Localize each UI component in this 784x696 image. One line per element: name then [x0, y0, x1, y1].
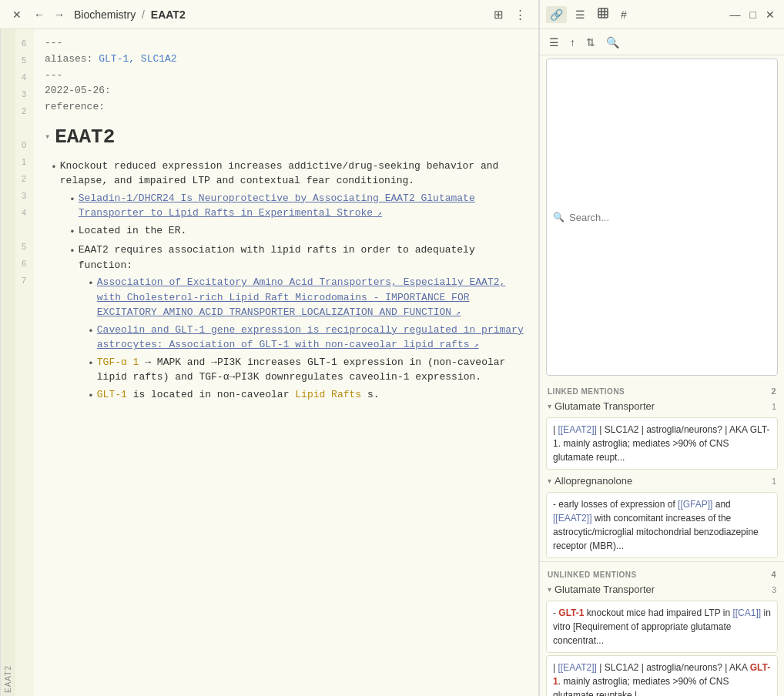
yaml-aliases-key: aliases:: [45, 53, 92, 65]
unlinked-mentions-count: 4: [771, 570, 776, 579]
linked-allopregnanolone-section[interactable]: ▾ Allopregnanolone 1: [540, 472, 784, 490]
unlinked-glutamate-section[interactable]: ▾ Glutamate Transporter 3: [540, 581, 784, 598]
bullet-5: •: [88, 324, 94, 340]
item-text-5: Caveolin and GLT-1 gene expression is re…: [97, 323, 528, 353]
bullet-2: •: [69, 225, 75, 241]
list-item: • EAAT2 requires association with lipid …: [69, 243, 528, 273]
linked-allopregnanolone-count: 1: [772, 477, 776, 486]
linked-allopregnanolone-toggle: ▾: [548, 477, 551, 485]
unlinked-glutamate-label: Glutamate Transporter: [554, 584, 769, 595]
linked-mentions-label: LINKED MENTIONS: [548, 387, 625, 396]
item-text-7: GLT-1 is located in non-caveolar Lipid R…: [97, 387, 528, 403]
item-text-0: Knockout reduced expression increases ad…: [60, 159, 528, 189]
tgf-highlight: TGF-α 1: [97, 356, 139, 368]
glt1-highlight: GLT-1: [97, 389, 127, 400]
mention-text: | [[EAAT2]] | SLC1A2 | astroglia/neurons…: [553, 662, 770, 696]
yaml-dashes-bottom: ---: [45, 68, 528, 84]
search-box: 🔍: [546, 59, 778, 376]
list-item: • Located in the ER.: [69, 223, 528, 241]
yaml-date: 2022-05-26:: [45, 83, 528, 99]
search-icon: 🔍: [553, 212, 565, 223]
list-item: • Association of Excitatory Amino Acid T…: [88, 275, 528, 320]
linked-glutamate-card-0[interactable]: | [[EAAT2]] | SLC1A2 | astroglia/neurons…: [546, 417, 778, 470]
content-body: --- aliases: GLT-1, SLC1A2 --- 2022-05-2…: [34, 29, 538, 696]
hash-icon[interactable]: #: [617, 6, 631, 23]
right-top-bar: 🔗 ☰ # — □ ✕: [540, 0, 784, 29]
link-icon[interactable]: 🔗: [546, 6, 567, 23]
linked-allopregnanolone-label: Allopregnanolone: [554, 475, 769, 487]
collapse-toggle[interactable]: ▾: [45, 130, 50, 145]
yaml-aliases: aliases: GLT-1, SLC1A2: [45, 52, 528, 68]
window-controls: — □ ✕: [727, 7, 778, 22]
right-panel: 🔗 ☰ # — □ ✕ ☰ ↑ ⇅ 🔍 🔍: [539, 0, 784, 696]
right-toolbar-icons: 🔗 ☰ #: [546, 5, 631, 23]
right-second-bar: ☰ ↑ ⇅ 🔍: [540, 29, 784, 55]
item-link-1[interactable]: Seladin-1/DHCR24 Is Neuroprotective by A…: [79, 192, 475, 219]
item-link-4[interactable]: Association of Excitatory Amino Acid Tra…: [97, 276, 506, 318]
page-title: EAAT2: [55, 122, 115, 154]
linked-mentions-count: 2: [771, 386, 776, 396]
mentions-body: LINKED MENTIONS 2 ▾ Glutamate Transporte…: [540, 379, 784, 696]
bullet-1: •: [69, 192, 75, 209]
svg-rect-0: [598, 8, 608, 18]
list-item: • Seladin-1/DHCR24 Is Neuroprotective by…: [69, 191, 528, 221]
breadcrumb: Biochemistry / EAAT2: [74, 8, 484, 21]
item-text-4: Association of Excitatory Amino Acid Tra…: [97, 275, 528, 320]
unlinked-glutamate-count: 3: [772, 585, 776, 594]
restore-button[interactable]: □: [747, 7, 759, 22]
content-area: EAAT2 6 5 4 3 2 0 1 2 3 4 5 6 7 --- alia…: [0, 29, 538, 696]
table-icon[interactable]: [594, 5, 612, 23]
bullet-7: •: [88, 389, 94, 405]
right-search-icon[interactable]: 🔍: [603, 35, 622, 50]
more-button[interactable]: ⋮: [511, 6, 529, 23]
sidebar-label: EAAT2: [0, 29, 15, 696]
list-view-icon[interactable]: ☰: [546, 35, 562, 50]
unlinked-glutamate-card-1[interactable]: | [[EAAT2]] | SLC1A2 | astroglia/neurons…: [546, 655, 778, 696]
forward-button[interactable]: →: [51, 7, 68, 22]
bullet-4: •: [88, 276, 94, 293]
linked-glutamate-section[interactable]: ▾ Glutamate Transporter 1: [540, 397, 784, 415]
linked-glutamate-toggle: ▾: [548, 402, 551, 410]
linked-glutamate-label: Glutamate Transporter: [554, 400, 769, 412]
item-text-3: EAAT2 requires association with lipid ra…: [79, 243, 528, 273]
list-item: • TGF-α 1 → MAPK and →PI3K increases GLT…: [88, 355, 528, 385]
list-icon[interactable]: ☰: [571, 6, 589, 23]
mention-text: - GLT-1 knockout mice had impaired LTP i…: [553, 607, 771, 646]
mention-text: | [[EAAT2]] | SLC1A2 | astroglia/neurons…: [553, 424, 770, 463]
left-panel: ✕ ← → Biochemistry / EAAT2 ⊞ ⋮ EAAT2 6 5…: [0, 0, 539, 696]
linked-allopregnanolone-card-0[interactable]: - early losses of expression of [[GFAP]]…: [546, 492, 778, 558]
panel-close-button[interactable]: ✕: [762, 7, 778, 22]
yaml-dashes-top: ---: [45, 35, 528, 52]
top-bar: ✕ ← → Biochemistry / EAAT2 ⊞ ⋮: [0, 0, 538, 29]
breadcrumb-separator: /: [142, 8, 145, 21]
breadcrumb-current: EAAT2: [151, 8, 186, 21]
item-link-5[interactable]: Caveolin and GLT-1 gene expression is re…: [97, 324, 524, 351]
sort-icon[interactable]: ⇅: [583, 35, 598, 50]
yaml-aliases-value: GLT-1, SLC1A2: [99, 53, 176, 65]
sort-up-icon[interactable]: ↑: [567, 35, 578, 50]
close-button[interactable]: ✕: [9, 7, 25, 22]
item-text-6: TGF-α 1 → MAPK and →PI3K increases GLT-1…: [97, 355, 528, 385]
content-list: • Knockout reduced expression increases …: [51, 159, 528, 405]
bullet-6: •: [88, 356, 94, 373]
unlinked-mentions-header: UNLINKED MENTIONS 4: [540, 565, 784, 581]
bullet-0: •: [51, 160, 57, 176]
linked-glutamate-count: 1: [772, 402, 776, 411]
list-item: • GLT-1 is located in non-caveolar Lipid…: [88, 387, 528, 405]
page-title-line: ▾ EAAT2: [45, 122, 528, 154]
list-item: • Knockout reduced expression increases …: [51, 159, 528, 189]
yaml-reference: reference:: [45, 99, 528, 115]
unlinked-glutamate-card-0[interactable]: - GLT-1 knockout mice had impaired LTP i…: [546, 601, 778, 653]
separator: [540, 561, 784, 562]
minimize-button[interactable]: —: [727, 7, 744, 22]
item-text-2: Located in the ER.: [79, 223, 528, 239]
line-numbers: 6 5 4 3 2 0 1 2 3 4 5 6 7: [15, 29, 34, 696]
layout-button[interactable]: ⊞: [491, 6, 507, 23]
unlinked-glutamate-toggle: ▾: [548, 585, 551, 594]
search-input[interactable]: [569, 212, 771, 223]
breadcrumb-parent[interactable]: Biochemistry: [74, 8, 136, 21]
item-text-1: Seladin-1/DHCR24 Is Neuroprotective by A…: [79, 191, 528, 221]
lipidrafts-highlight: Lipid Rafts: [295, 389, 361, 400]
back-button[interactable]: ←: [31, 7, 48, 22]
list-item: • Caveolin and GLT-1 gene expression is …: [88, 323, 528, 353]
